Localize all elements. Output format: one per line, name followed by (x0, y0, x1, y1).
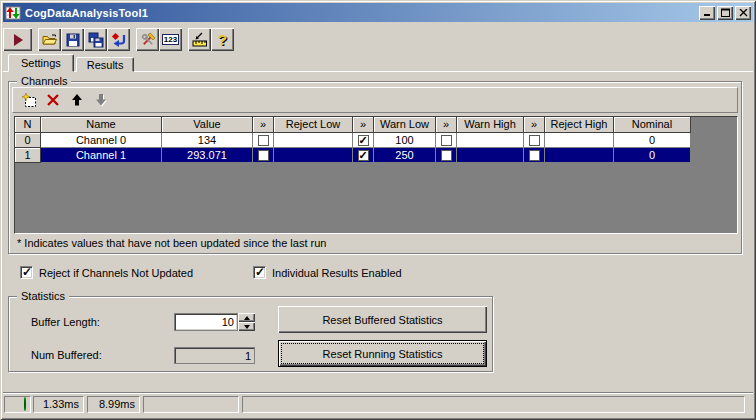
ruler-icon (192, 32, 208, 48)
reject-if-not-updated-label: Reject if Channels Not Updated (39, 266, 193, 280)
reject-low-checkbox[interactable] (258, 135, 269, 146)
save-button[interactable] (61, 28, 84, 51)
reject-high-checkbox[interactable] (529, 150, 540, 161)
open-folder-icon (42, 32, 58, 48)
status-timing-1: 1.33ms (33, 396, 84, 413)
col-header-warn-low-enable: » (353, 117, 374, 133)
spin-up-button[interactable] (238, 313, 255, 322)
col-header-warn-high-enable: » (436, 117, 457, 133)
move-up-button[interactable] (66, 90, 88, 111)
status-indicator-panel (4, 396, 31, 413)
col-header-reject-low: Reject Low (274, 117, 353, 133)
close-button[interactable] (735, 6, 751, 20)
help-icon: ? (218, 32, 227, 47)
save-all-icon (88, 32, 104, 48)
cell-nominal[interactable]: 0 (614, 133, 691, 148)
not-updated-note: * Indicates values that have not been up… (17, 237, 326, 250)
app-window: CogDataAnalysisTool1 (0, 0, 756, 420)
cell-warn-high-enable[interactable] (436, 133, 457, 148)
cell-name[interactable]: Channel 0 (41, 133, 162, 148)
cell-reject-high[interactable] (545, 148, 614, 163)
cell-warn-high[interactable] (457, 133, 524, 148)
cell-value[interactable]: 293.071 (162, 148, 253, 163)
options-row: Reject if Channels Not Updated Individua… (0, 264, 756, 280)
run-button[interactable] (3, 28, 32, 51)
help-button[interactable]: ? (211, 28, 234, 51)
warn-high-checkbox[interactable] (441, 150, 452, 161)
move-down-icon (94, 93, 108, 107)
warn-low-checkbox[interactable] (358, 150, 369, 161)
cell-warn-low[interactable]: 100 (374, 133, 436, 148)
run-icon (10, 32, 26, 48)
app-icon[interactable] (5, 5, 21, 21)
reject-low-checkbox[interactable] (258, 150, 269, 161)
cell-reject-low[interactable] (274, 133, 353, 148)
numeric-display-button[interactable]: 123 (159, 28, 182, 51)
row-header[interactable]: 1 (15, 148, 41, 163)
table-row[interactable]: 1 Channel 1 293.071 250 0 (15, 148, 737, 163)
reject-high-checkbox[interactable] (529, 135, 540, 146)
cell-reject-low-enable[interactable] (253, 148, 274, 163)
ruler-button[interactable] (188, 28, 211, 51)
tools-button[interactable] (136, 28, 159, 51)
cell-reject-high-enable[interactable] (524, 148, 545, 163)
save-all-button[interactable] (84, 28, 107, 51)
spin-up-icon (244, 316, 250, 320)
cell-name[interactable]: Channel 1 (41, 148, 162, 163)
num-buffered-label: Num Buffered: (31, 349, 102, 362)
col-header-name: Name (41, 117, 162, 133)
buffer-length-spinner (238, 313, 255, 331)
status-timing-2: 8.99ms (87, 396, 140, 413)
cell-warn-low-enable[interactable] (353, 133, 374, 148)
warn-low-checkbox[interactable] (358, 135, 369, 146)
maximize-button[interactable] (717, 6, 733, 20)
buffer-length-label: Buffer Length: (31, 316, 100, 329)
col-header-warn-high: Warn High (457, 117, 524, 133)
new-channel-button[interactable] (18, 90, 40, 111)
cell-warn-low-enable[interactable] (353, 148, 374, 163)
individual-results-checkbox[interactable] (253, 266, 266, 279)
cell-value[interactable]: 134 (162, 133, 253, 148)
revert-button[interactable] (107, 28, 130, 51)
spin-down-button[interactable] (238, 322, 255, 331)
status-bar: 1.33ms 8.99ms (3, 392, 753, 417)
table-row[interactable]: 0 Channel 0 134 100 0 (15, 133, 737, 148)
individual-results-label: Individual Results Enabled (272, 266, 402, 280)
col-header-warn-low: Warn Low (374, 117, 436, 133)
tab-results[interactable]: Results (76, 57, 135, 72)
cell-warn-high[interactable] (457, 148, 524, 163)
channels-toolbar (12, 87, 738, 113)
col-header-reject-high-enable: » (524, 117, 545, 133)
minimize-button[interactable] (699, 6, 715, 20)
reset-running-statistics-button[interactable]: Reset Running Statistics (278, 340, 487, 367)
row-header[interactable]: 0 (15, 133, 41, 148)
online-indicator-icon (24, 397, 26, 411)
move-up-icon (70, 93, 84, 107)
buffer-length-input[interactable] (174, 313, 238, 331)
cell-warn-high-enable[interactable] (436, 148, 457, 163)
cell-reject-low-enable[interactable] (253, 133, 274, 148)
revert-icon (111, 32, 127, 48)
title-bar[interactable]: CogDataAnalysisTool1 (3, 3, 753, 22)
reject-if-not-updated-checkbox[interactable] (20, 266, 33, 279)
tab-settings[interactable]: Settings (8, 54, 74, 72)
delete-channel-icon (46, 93, 60, 107)
cell-reject-low[interactable] (274, 148, 353, 163)
table-header-row: N Name Value » Reject Low » Warn Low » W… (15, 117, 737, 133)
numeric-display-icon: 123 (162, 34, 179, 45)
tools-icon (140, 32, 156, 48)
window-title: CogDataAnalysisTool1 (25, 7, 697, 19)
cell-reject-high-enable[interactable] (524, 133, 545, 148)
reset-buffered-statistics-button[interactable]: Reset Buffered Statistics (278, 306, 487, 333)
warn-high-checkbox[interactable] (441, 135, 452, 146)
cell-warn-low[interactable]: 250 (374, 148, 436, 163)
close-icon (739, 9, 748, 17)
open-button[interactable] (38, 28, 61, 51)
delete-channel-button[interactable] (42, 90, 64, 111)
move-down-button[interactable] (90, 90, 112, 111)
statistics-group-label: Statistics (17, 290, 69, 303)
col-header-value: Value (162, 117, 253, 133)
save-icon (65, 32, 81, 48)
cell-nominal[interactable]: 0 (614, 148, 691, 163)
cell-reject-high[interactable] (545, 133, 614, 148)
